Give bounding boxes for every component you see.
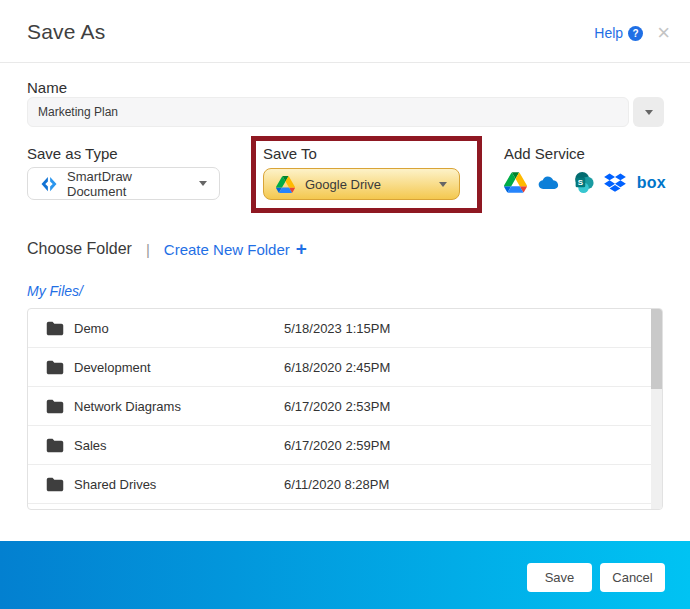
folder-icon: [46, 360, 64, 375]
folder-date: 6/17/2020 2:53PM: [284, 399, 390, 414]
name-dropdown-button[interactable]: [633, 97, 664, 127]
folder-name: Shared Drives: [74, 477, 284, 492]
folder-date: 6/18/2020 2:45PM: [284, 360, 390, 375]
help-link[interactable]: Help ?: [594, 25, 643, 41]
sharepoint-icon[interactable]: S: [573, 172, 594, 193]
smartdraw-icon: [40, 175, 58, 193]
box-icon[interactable]: box: [637, 174, 666, 192]
close-icon[interactable]: ×: [657, 25, 670, 41]
separator: |: [146, 241, 150, 258]
scrollbar-thumb[interactable]: [651, 309, 662, 389]
folder-icon: [46, 399, 64, 414]
save-as-dialog: Save As Help ? × Name Save as Type Smart…: [0, 0, 690, 609]
folder-name: Demo: [74, 321, 284, 336]
folder-icon: [46, 438, 64, 453]
save-as-type-dropdown[interactable]: SmartDraw Document: [27, 167, 220, 200]
plus-icon: +: [296, 242, 307, 256]
save-button[interactable]: Save: [527, 563, 592, 592]
google-drive-icon: [276, 176, 295, 193]
svg-text:S: S: [578, 178, 583, 187]
folder-date: 5/18/2023 1:15PM: [284, 321, 390, 336]
folder-name: Development: [74, 360, 284, 375]
cancel-button[interactable]: Cancel: [600, 563, 665, 592]
name-label: Name: [27, 79, 67, 96]
folder-row[interactable]: Shared Drives 6/11/2020 8:28PM: [28, 465, 662, 504]
folder-icon: [46, 321, 64, 336]
folder-list: Demo 5/18/2023 1:15PM Development 6/18/2…: [27, 308, 663, 510]
dialog-title: Save As: [27, 20, 105, 44]
folder-row[interactable]: Development 6/18/2020 2:45PM: [28, 348, 662, 387]
folder-date: 6/17/2020 2:59PM: [284, 438, 390, 453]
add-service-label: Add Service: [504, 145, 585, 162]
folder-row[interactable]: Demo 5/18/2023 1:15PM: [28, 309, 662, 348]
header-actions: Help ? ×: [594, 25, 670, 41]
choose-folder-label: Choose Folder: [27, 240, 132, 258]
folder-date: 6/11/2020 8:28PM: [284, 477, 389, 492]
scrollbar-track[interactable]: [651, 309, 662, 509]
breadcrumb[interactable]: My Files/: [27, 283, 83, 299]
header-divider: [0, 62, 690, 63]
save-to-dropdown[interactable]: Google Drive: [263, 168, 460, 200]
save-to-label: Save To: [263, 145, 317, 162]
folder-name: Network Diagrams: [74, 399, 284, 414]
save-to-value: Google Drive: [305, 177, 429, 192]
folder-name: Sales: [74, 438, 284, 453]
folder-actions-row: Choose Folder | Create New Folder +: [27, 240, 307, 258]
chevron-down-icon: [439, 182, 447, 187]
save-as-type-value: SmartDraw Document: [67, 169, 190, 199]
footer-bar: Save Cancel: [0, 541, 690, 609]
help-icon: ?: [628, 26, 643, 41]
chevron-down-icon: [645, 110, 653, 115]
folder-row[interactable]: Network Diagrams 6/17/2020 2:53PM: [28, 387, 662, 426]
name-input[interactable]: [27, 97, 629, 127]
folder-icon: [46, 477, 64, 492]
onedrive-icon[interactable]: [537, 174, 563, 191]
chevron-down-icon: [199, 181, 207, 186]
create-new-folder-link[interactable]: Create New Folder +: [164, 241, 307, 258]
help-label: Help: [594, 25, 623, 41]
add-service-icons: S box: [504, 172, 666, 193]
save-as-type-label: Save as Type: [27, 145, 118, 162]
dropbox-icon[interactable]: [604, 173, 626, 192]
google-drive-icon[interactable]: [504, 172, 527, 193]
folder-row[interactable]: Sales 6/17/2020 2:59PM: [28, 426, 662, 465]
